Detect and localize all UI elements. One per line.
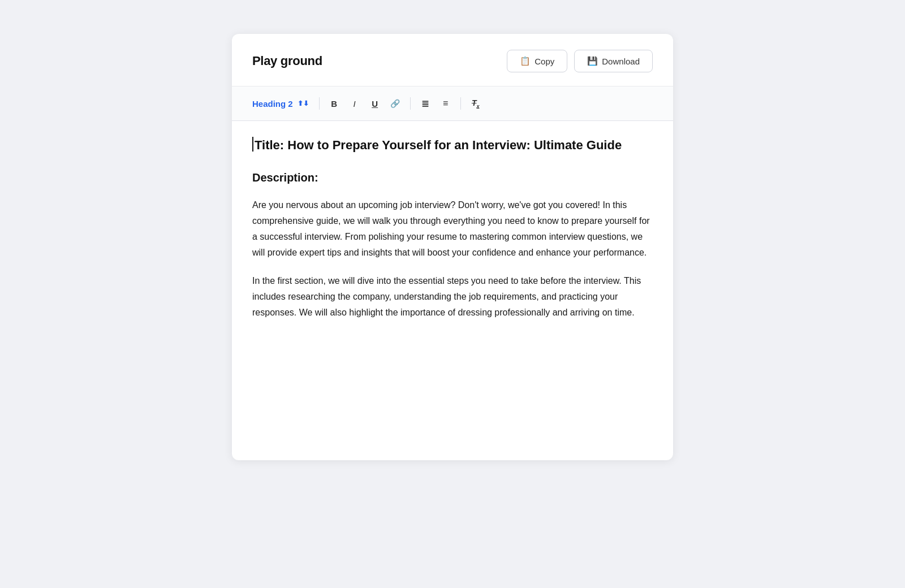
- link-button[interactable]: 🔗: [386, 94, 404, 113]
- toolbar-divider-2: [410, 97, 411, 110]
- copy-icon: 📋: [520, 56, 531, 66]
- italic-button[interactable]: I: [346, 94, 364, 113]
- copy-button[interactable]: 📋 Copy: [507, 50, 567, 72]
- paragraph-2: In the first section, we will dive into …: [252, 273, 653, 321]
- underline-label: U: [372, 99, 378, 109]
- clear-format-button[interactable]: Tx: [467, 94, 485, 113]
- download-icon: 💾: [587, 56, 598, 66]
- description-heading: Description:: [252, 170, 653, 185]
- toolbar-divider-1: [319, 97, 320, 110]
- heading-selector-label: Heading 2: [252, 99, 293, 109]
- editor-toolbar: Heading 2 ⬆⬇ B I U 🔗 ≣ ≡ Tx: [232, 87, 673, 121]
- unordered-list-icon: ≡: [443, 98, 448, 109]
- text-cursor: [252, 137, 253, 152]
- content-title: Title: How to Prepare Yourself for an In…: [252, 137, 653, 154]
- header-actions: 📋 Copy 💾 Download: [507, 50, 653, 72]
- copy-label: Copy: [535, 57, 554, 66]
- editor-content[interactable]: Title: How to Prepare Yourself for an In…: [232, 121, 673, 460]
- title-text: Title: How to Prepare Yourself for an In…: [255, 137, 622, 154]
- italic-label: I: [354, 99, 356, 109]
- bold-button[interactable]: B: [325, 94, 343, 113]
- toolbar-divider-3: [460, 97, 461, 110]
- download-button[interactable]: 💾 Download: [574, 50, 653, 72]
- card-header: Play ground 📋 Copy 💾 Download: [232, 34, 673, 87]
- app-title: Play ground: [252, 54, 322, 68]
- ordered-list-icon: ≣: [421, 98, 429, 109]
- link-icon: 🔗: [390, 99, 400, 108]
- chevron-down-icon: ⬆⬇: [298, 100, 309, 107]
- download-label: Download: [602, 57, 640, 66]
- unordered-list-button[interactable]: ≡: [437, 94, 455, 113]
- heading-selector[interactable]: Heading 2 ⬆⬇: [248, 97, 313, 111]
- bold-label: B: [331, 99, 337, 109]
- main-card: Play ground 📋 Copy 💾 Download Heading 2 …: [232, 34, 673, 460]
- clear-format-label: Tx: [472, 98, 480, 109]
- underline-button[interactable]: U: [366, 94, 384, 113]
- paragraph-1: Are you nervous about an upcoming job in…: [252, 197, 653, 261]
- ordered-list-button[interactable]: ≣: [416, 94, 434, 113]
